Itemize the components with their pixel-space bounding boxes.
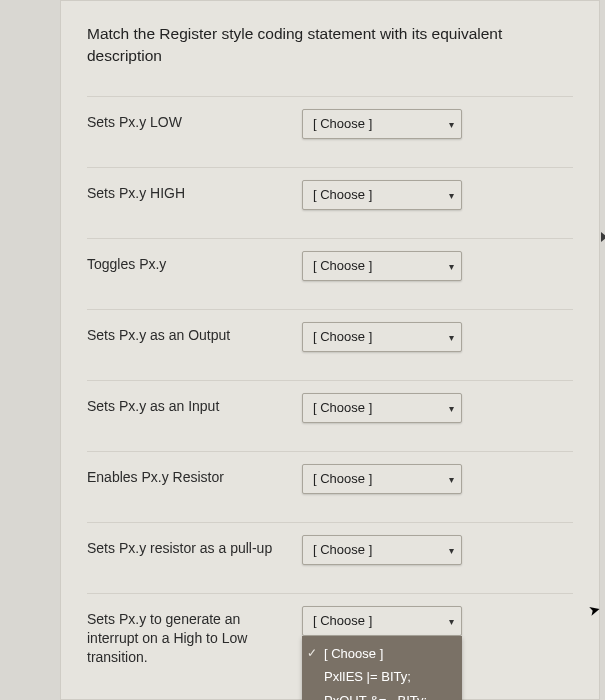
answer-select[interactable]: [ Choose ] ▾ — [302, 109, 462, 139]
select-value: [ Choose ] — [313, 258, 372, 273]
dropdown-option[interactable]: PxOUT &= ~BITy; — [302, 689, 462, 700]
answer-select[interactable]: [ Choose ] ▾ — [302, 606, 462, 636]
chevron-down-icon: ▾ — [449, 260, 454, 271]
match-label: Sets Px.y HIGH — [87, 180, 292, 203]
option-label: [ Choose ] — [324, 646, 383, 661]
select-value: [ Choose ] — [313, 400, 372, 415]
chevron-down-icon: ▾ — [449, 473, 454, 484]
chevron-down-icon: ▾ — [449, 615, 454, 626]
match-label: Sets Px.y as an Input — [87, 393, 292, 416]
match-label: Toggles Px.y — [87, 251, 292, 274]
select-wrap: [ Choose ] ▾ — [302, 180, 462, 210]
match-row: Toggles Px.y [ Choose ] ▾ — [87, 238, 573, 309]
question-card: Match the Register style coding statemen… — [60, 0, 600, 700]
question-prompt: Match the Register style coding statemen… — [87, 23, 573, 68]
answer-select[interactable]: [ Choose ] ▾ — [302, 535, 462, 565]
answer-select[interactable]: [ Choose ] ▾ — [302, 464, 462, 494]
select-value: [ Choose ] — [313, 613, 372, 628]
chevron-down-icon: ▾ — [449, 118, 454, 129]
match-label: Sets Px.y LOW — [87, 109, 292, 132]
answer-select[interactable]: [ Choose ] ▾ — [302, 393, 462, 423]
select-value: [ Choose ] — [313, 116, 372, 131]
dropdown-option[interactable]: PxlIES |= BITy; — [302, 665, 462, 689]
select-wrap: [ Choose ] ▾ — [302, 322, 462, 352]
select-value: [ Choose ] — [313, 329, 372, 344]
chevron-down-icon: ▾ — [449, 544, 454, 555]
match-row: Sets Px.y to generate an interrupt on a … — [87, 593, 573, 667]
select-value: [ Choose ] — [313, 471, 372, 486]
match-row: Sets Px.y HIGH [ Choose ] ▾ — [87, 167, 573, 238]
match-row: Sets Px.y LOW [ Choose ] ▾ — [87, 96, 573, 167]
match-row: Enables Px.y Resistor [ Choose ] ▾ — [87, 451, 573, 522]
select-wrap: [ Choose ] ▾ ✓ [ Choose ] PxlIES |= BITy… — [302, 606, 462, 636]
chevron-down-icon: ▾ — [449, 331, 454, 342]
dropdown-menu: ✓ [ Choose ] PxlIES |= BITy; PxOUT &= ~B… — [302, 636, 462, 700]
select-wrap: [ Choose ] ▾ — [302, 251, 462, 281]
dropdown-option[interactable]: ✓ [ Choose ] — [302, 642, 462, 666]
match-label: Enables Px.y Resistor — [87, 464, 292, 487]
match-row: Sets Px.y as an Input [ Choose ] ▾ — [87, 380, 573, 451]
option-label: PxOUT &= ~BITy; — [324, 693, 427, 700]
match-label: Sets Px.y resistor as a pull-up — [87, 535, 292, 558]
match-row: Sets Px.y resistor as a pull-up [ Choose… — [87, 522, 573, 593]
select-wrap: [ Choose ] ▾ — [302, 535, 462, 565]
check-icon: ✓ — [307, 645, 317, 661]
match-label: Sets Px.y to generate an interrupt on a … — [87, 606, 292, 667]
caret-right-icon — [601, 232, 605, 242]
select-wrap: [ Choose ] ▾ — [302, 464, 462, 494]
match-label: Sets Px.y as an Output — [87, 322, 292, 345]
select-wrap: [ Choose ] ▾ — [302, 393, 462, 423]
chevron-down-icon: ▾ — [449, 402, 454, 413]
answer-select[interactable]: [ Choose ] ▾ — [302, 180, 462, 210]
match-row: Sets Px.y as an Output [ Choose ] ▾ — [87, 309, 573, 380]
select-wrap: [ Choose ] ▾ — [302, 109, 462, 139]
option-label: PxlIES |= BITy; — [324, 669, 411, 684]
chevron-down-icon: ▾ — [449, 189, 454, 200]
select-value: [ Choose ] — [313, 187, 372, 202]
answer-select[interactable]: [ Choose ] ▾ — [302, 251, 462, 281]
answer-select[interactable]: [ Choose ] ▾ — [302, 322, 462, 352]
select-value: [ Choose ] — [313, 542, 372, 557]
